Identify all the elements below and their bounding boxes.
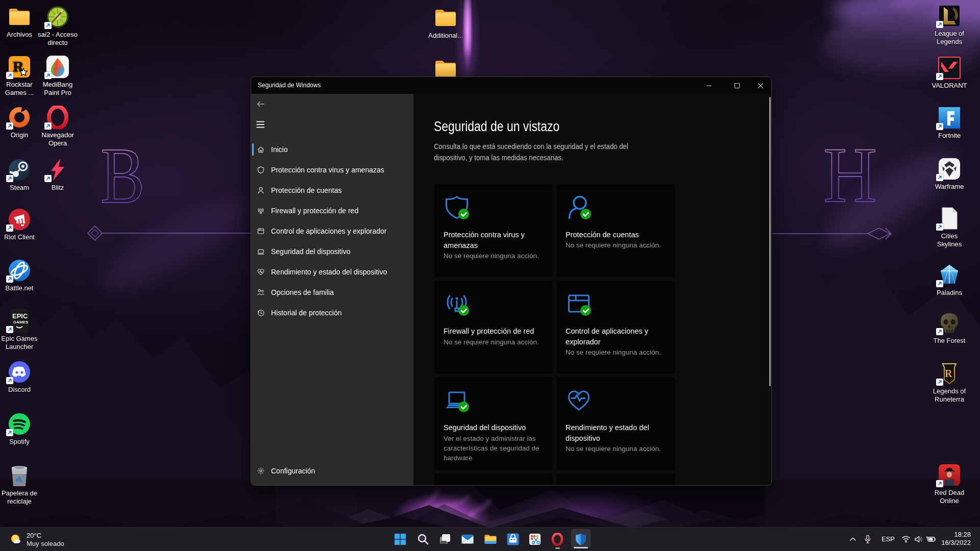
svg-text:B: B: [101, 132, 144, 220]
svg-text:GAMES: GAMES: [13, 320, 29, 324]
svg-text:R: R: [945, 368, 952, 379]
svg-text:H: H: [823, 131, 877, 219]
svg-text:EPIC: EPIC: [12, 312, 28, 320]
